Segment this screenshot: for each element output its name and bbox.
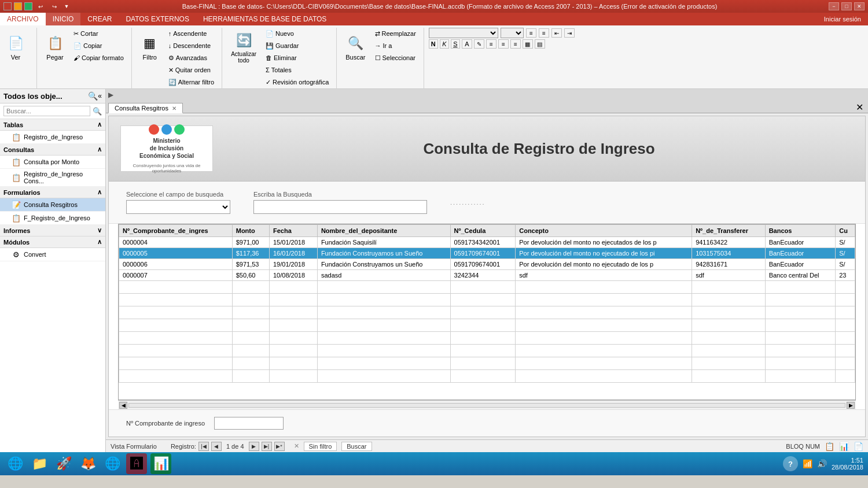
sidebar-item-registro-ingreso[interactable]: 📋 Registro_de_Ingreso bbox=[0, 131, 105, 144]
underline-btn[interactable]: S bbox=[451, 39, 460, 49]
h-scrollbar[interactable]: ◀ ▶ bbox=[118, 400, 856, 409]
footer-input[interactable] bbox=[214, 417, 284, 430]
format-indent-btn2[interactable]: ⇥ bbox=[564, 28, 575, 38]
ribbon-btn-nuevo[interactable]: 📄 Nuevo bbox=[263, 28, 332, 39]
search-button[interactable]: Buscar bbox=[341, 442, 372, 451]
align-center-btn[interactable]: ≡ bbox=[498, 39, 509, 49]
sidebar-section-tablas[interactable]: Tablas ∧ bbox=[0, 119, 105, 131]
ribbon-btn-copiar[interactable]: 📄 Copiar bbox=[71, 40, 127, 51]
align-left-btn[interactable]: ≡ bbox=[486, 39, 496, 49]
ribbon-btn-ver[interactable]: 📄 Ver bbox=[2, 28, 29, 67]
ribbon-btn-avanzadas[interactable]: ⚙ Avanzadas bbox=[165, 52, 217, 64]
nav-first-btn[interactable]: |◀ bbox=[198, 442, 209, 451]
ribbon-btn-quitar-orden[interactable]: ✕ Quitar orden bbox=[165, 64, 217, 76]
scroll-right-arrow[interactable]: ▶ bbox=[847, 402, 855, 409]
table-btn[interactable]: ▤ bbox=[535, 39, 545, 49]
sidebar-search-btn[interactable]: 🔍 bbox=[93, 107, 102, 116]
sidebar-section-consultas[interactable]: Consultas ∧ bbox=[0, 144, 105, 156]
sidebar-item-convert[interactable]: ⚙ Convert bbox=[0, 248, 105, 261]
doc-tab-consulta-resgitros[interactable]: Consulta Resgitros ✕ bbox=[108, 103, 183, 113]
font-size-select[interactable] bbox=[501, 28, 524, 38]
taskbar-icon-access[interactable]: 🅰 bbox=[126, 453, 147, 474]
taskbar-icon-explorer[interactable]: 📁 bbox=[29, 453, 50, 474]
highlight-btn[interactable]: ✎ bbox=[474, 39, 484, 49]
escriba-busqueda-input[interactable] bbox=[253, 200, 427, 214]
taskbar-icon-excel[interactable]: 📊 bbox=[150, 453, 171, 474]
table-row[interactable]: 0000004$971,0015/01/2018Fundación Saquis… bbox=[119, 237, 855, 248]
font-family-select[interactable] bbox=[429, 28, 498, 38]
filter-button[interactable]: Sin filtro bbox=[304, 442, 337, 451]
taskbar-icon-firefox[interactable]: 🦊 bbox=[78, 453, 98, 474]
taskbar-icon-ie[interactable]: 🌐 bbox=[5, 453, 25, 474]
grid-btn[interactable]: ▦ bbox=[523, 39, 533, 49]
quick-access-dropdown[interactable]: ▼ bbox=[62, 2, 71, 10]
data-table-container[interactable]: Nº_Comprobante_de_ingres Monto Fecha Nom… bbox=[118, 224, 856, 400]
ribbon-btn-copiar-formato[interactable]: 🖌 Copiar formato bbox=[71, 52, 127, 64]
taskbar-icon-chrome[interactable]: 🌐 bbox=[102, 453, 123, 474]
sidebar-section-modulos[interactable]: Módulos ∧ bbox=[0, 236, 105, 248]
font-color-btn[interactable]: A bbox=[462, 39, 472, 49]
ribbon-btn-pegar[interactable]: 📋 Pegar bbox=[42, 28, 68, 67]
bold-btn[interactable]: N bbox=[429, 39, 438, 49]
sidebar-section-informes[interactable]: Informes ∨ bbox=[0, 225, 105, 236]
ribbon-btn-actualizar-todo[interactable]: 🔄 Actualizartodo bbox=[227, 28, 260, 67]
sidebar-item-f-registro-ingreso[interactable]: 📋 F_Registro_de_Ingreso bbox=[0, 212, 105, 225]
campo-busqueda-select[interactable] bbox=[126, 200, 230, 214]
ribbon-btn-totales[interactable]: Σ Totales bbox=[263, 64, 332, 76]
sidebar-section-formularios[interactable]: Formularios ∧ bbox=[0, 187, 105, 198]
menu-datos-externos[interactable]: DATOS EXTERNOS bbox=[119, 13, 196, 25]
maximize-button[interactable]: □ bbox=[841, 2, 852, 10]
table-row[interactable]: 0000006$971,5319/01/2018Fundación Constr… bbox=[119, 259, 855, 270]
ribbon-btn-ir[interactable]: → Ir a bbox=[372, 40, 419, 51]
ribbon-btn-cortar[interactable]: ✂ Cortar bbox=[71, 28, 127, 39]
menu-crear[interactable]: CREAR bbox=[80, 13, 119, 25]
ribbon-btn-revision[interactable]: ✓ Revisión ortográfica bbox=[263, 76, 332, 88]
format-list-btn2[interactable]: ≡ bbox=[539, 28, 549, 38]
nav-prev-btn[interactable]: ◀ bbox=[211, 442, 222, 451]
empty-cell bbox=[269, 294, 317, 306]
format-list-btn1[interactable]: ≡ bbox=[526, 28, 536, 38]
table-row[interactable]: 0000005$117,3616/01/2018Fundación Constr… bbox=[119, 248, 855, 259]
dots-label: ............ bbox=[450, 199, 486, 206]
sidebar-collapse-icon[interactable]: « bbox=[98, 92, 102, 100]
format-indent-btn1[interactable]: ⇤ bbox=[551, 28, 562, 38]
scroll-left-arrow[interactable]: ◀ bbox=[119, 402, 127, 409]
ribbon-btn-seleccionar[interactable]: ☐ Seleccionar bbox=[372, 52, 419, 64]
minimize-button[interactable]: − bbox=[829, 2, 839, 10]
taskbar-icon-rocket[interactable]: 🚀 bbox=[53, 453, 74, 474]
sidebar-item-consulta-resgitros[interactable]: 📝 Consulta Resgitros bbox=[0, 198, 105, 212]
signin-button[interactable]: Iniciar sesión bbox=[817, 13, 868, 25]
italic-btn[interactable]: K bbox=[440, 39, 449, 49]
table-row[interactable]: 0000007$50,6010/08/2018sadasd3242344sdfs… bbox=[119, 270, 855, 281]
menu-inicio[interactable]: INICIO bbox=[46, 13, 81, 25]
escriba-busqueda-label: Escriba la Busqueda bbox=[253, 191, 427, 198]
nav-arrow-right[interactable]: ▶ bbox=[108, 91, 113, 99]
nav-last-btn[interactable]: ▶| bbox=[262, 442, 272, 451]
sidebar-item-convert-label: Convert bbox=[24, 251, 46, 258]
close-button[interactable]: ✕ bbox=[854, 2, 865, 10]
ribbon-btn-ascendente[interactable]: ↑ Ascendente bbox=[165, 28, 217, 39]
menu-herramientas[interactable]: HERRAMIENTAS DE BASE DE DATOS bbox=[196, 13, 333, 25]
sidebar-search-input[interactable] bbox=[3, 106, 90, 116]
nav-next-btn[interactable]: ▶ bbox=[249, 442, 259, 451]
quick-access-undo[interactable]: ↩ bbox=[35, 2, 46, 10]
sidebar-item-registro-cons[interactable]: 📋 Registro_de_Ingreso Cons... bbox=[0, 169, 105, 187]
menu-archivo[interactable]: ARCHIVO bbox=[0, 13, 46, 25]
ribbon-btn-descendente[interactable]: ↓ Descendente bbox=[165, 40, 217, 51]
sidebar-item-consulta-monto[interactable]: 📋 Consulta por Monto bbox=[0, 156, 105, 169]
quick-access-redo[interactable]: ↪ bbox=[49, 2, 60, 10]
ribbon-btn-filtro[interactable]: ▦ Filtro bbox=[137, 28, 163, 67]
align-right-btn[interactable]: ≡ bbox=[510, 39, 521, 49]
ribbon-btn-reemplazar[interactable]: ⇄ Reemplazar bbox=[372, 28, 419, 39]
ribbon-collapse-btn[interactable]: ✕ bbox=[851, 102, 868, 113]
taskbar-help-btn[interactable]: ? bbox=[783, 456, 798, 471]
ribbon-btn-guardar[interactable]: 💾 Guardar bbox=[263, 40, 332, 51]
scroll-track[interactable] bbox=[128, 403, 845, 408]
ribbon-btn-buscar[interactable]: 🔍 Buscar bbox=[341, 28, 369, 67]
nav-new-btn[interactable]: ▶* bbox=[274, 442, 285, 451]
cortar-label: Cortar bbox=[80, 30, 98, 37]
doc-tab-close-icon[interactable]: ✕ bbox=[172, 105, 176, 112]
nuevo-icon: 📄 bbox=[266, 30, 274, 38]
ribbon-btn-eliminar[interactable]: 🗑 Eliminar bbox=[263, 52, 332, 64]
ribbon-btn-alternar-filtro[interactable]: 🔄 Alternar filtro bbox=[165, 76, 217, 88]
